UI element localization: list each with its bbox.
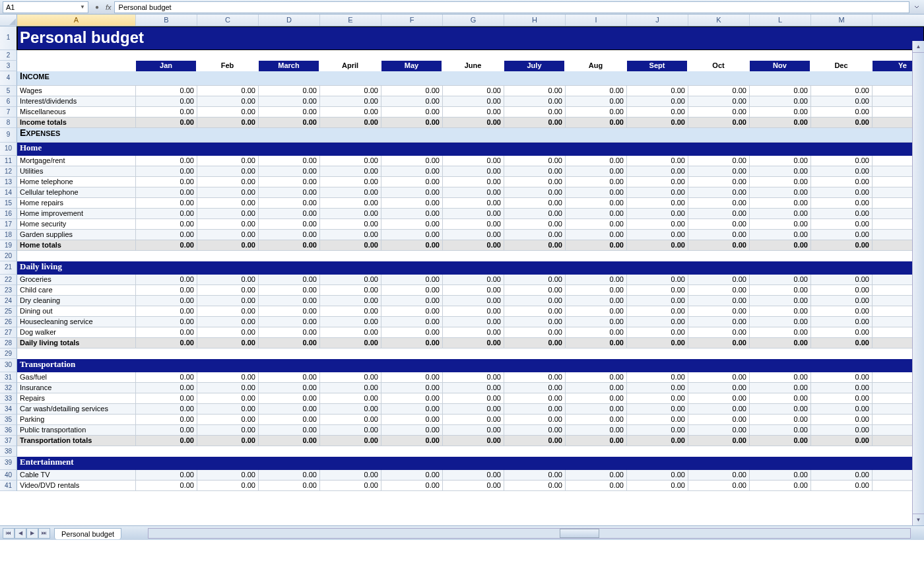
cell[interactable]: 0.00 [566, 209, 627, 219]
cell[interactable]: 0.00 [504, 166, 566, 177]
cell[interactable] [136, 261, 197, 275]
cell[interactable]: 0.00 [443, 327, 504, 338]
cell[interactable]: 0.00 [566, 415, 627, 425]
cell[interactable] [381, 457, 443, 470]
row-header[interactable]: 26 [0, 317, 17, 327]
row-header[interactable]: 34 [0, 404, 17, 415]
cell[interactable]: 0.00 [136, 86, 197, 96]
cell[interactable] [259, 261, 320, 275]
cell[interactable]: 0.00 [627, 306, 688, 317]
section-income[interactable]: INCOME [17, 71, 136, 86]
scroll-down-icon[interactable]: ▼ [913, 514, 924, 525]
cell[interactable]: 0.00 [688, 317, 750, 327]
cell[interactable]: 0.00 [381, 187, 443, 198]
cell[interactable]: 0.00 [688, 481, 750, 491]
cell[interactable] [197, 251, 259, 261]
cell[interactable]: 0.00 [504, 404, 566, 415]
cell[interactable]: 0.00 [688, 117, 750, 128]
cell[interactable] [381, 143, 443, 156]
row-header[interactable]: 35 [0, 415, 17, 425]
row-header[interactable]: 18 [0, 230, 17, 240]
cell[interactable]: 0.00 [750, 198, 811, 209]
cell[interactable]: 0.00 [811, 230, 873, 240]
cell[interactable] [566, 349, 627, 359]
cell[interactable] [381, 128, 443, 143]
cell[interactable]: 0.00 [443, 177, 504, 187]
cell[interactable] [750, 457, 811, 470]
cell[interactable] [688, 71, 750, 86]
cell[interactable]: 0.00 [627, 338, 688, 349]
cell[interactable]: 0.00 [259, 317, 320, 327]
cell[interactable]: 0.00 [136, 107, 197, 117]
cell[interactable] [381, 261, 443, 275]
row-header[interactable]: 25 [0, 306, 17, 317]
cell[interactable] [197, 143, 259, 156]
cell[interactable]: Cellular telephone [17, 187, 136, 198]
cell[interactable]: 0.00 [197, 117, 259, 128]
cell[interactable]: 0.00 [136, 96, 197, 107]
cell[interactable]: 0.00 [504, 317, 566, 327]
row-header[interactable]: 5 [0, 86, 17, 96]
cell[interactable]: Dining out [17, 306, 136, 317]
row-header[interactable]: 33 [0, 393, 17, 404]
cell[interactable]: 0.00 [443, 156, 504, 166]
cell[interactable]: 0.00 [566, 317, 627, 327]
cell[interactable]: 0.00 [320, 338, 381, 349]
cell[interactable]: 0.00 [504, 338, 566, 349]
cell[interactable]: 0.00 [566, 470, 627, 481]
cell[interactable]: 0.00 [566, 383, 627, 393]
cell[interactable] [320, 251, 381, 261]
cell[interactable] [197, 50, 259, 61]
cell[interactable] [320, 128, 381, 143]
cell[interactable]: 0.00 [443, 393, 504, 404]
cell[interactable]: 0.00 [381, 240, 443, 251]
cell[interactable] [259, 143, 320, 156]
cell[interactable]: 0.00 [136, 117, 197, 128]
cell[interactable]: 0.00 [320, 393, 381, 404]
cell[interactable]: 0.00 [811, 393, 873, 404]
cell[interactable]: 0.00 [443, 338, 504, 349]
cell[interactable]: 0.00 [136, 296, 197, 306]
cell[interactable]: Transportation totals [17, 436, 136, 446]
row-header[interactable]: 15 [0, 198, 17, 209]
cell[interactable]: 0.00 [811, 219, 873, 230]
cell[interactable]: 0.00 [320, 481, 381, 491]
cell[interactable]: 0.00 [381, 425, 443, 436]
cell[interactable]: 0.00 [259, 415, 320, 425]
cell[interactable]: 0.00 [381, 338, 443, 349]
cell[interactable]: 0.00 [627, 96, 688, 107]
cell[interactable] [259, 457, 320, 470]
cell[interactable]: 0.00 [381, 470, 443, 481]
cell[interactable]: 0.00 [811, 209, 873, 219]
cell[interactable] [627, 457, 688, 470]
cell[interactable]: 0.00 [627, 219, 688, 230]
cell[interactable]: 0.00 [627, 393, 688, 404]
horizontal-scroll-thumb[interactable] [560, 529, 599, 538]
cell[interactable]: 0.00 [627, 198, 688, 209]
cell[interactable]: 0.00 [504, 285, 566, 296]
cell[interactable]: 0.00 [504, 481, 566, 491]
cell[interactable] [320, 261, 381, 275]
row-header[interactable]: 40 [0, 470, 17, 481]
cell[interactable]: 0.00 [381, 198, 443, 209]
cell[interactable]: 0.00 [136, 230, 197, 240]
cell[interactable]: 0.00 [136, 177, 197, 187]
cell[interactable] [566, 50, 627, 61]
cell[interactable]: 0.00 [504, 372, 566, 383]
cell[interactable]: 0.00 [504, 219, 566, 230]
row-header[interactable]: 37 [0, 436, 17, 446]
column-header-I[interactable]: I [566, 15, 627, 26]
cell[interactable] [504, 50, 566, 61]
cell[interactable] [750, 446, 811, 457]
cell[interactable]: 0.00 [504, 117, 566, 128]
cell[interactable]: 0.00 [504, 393, 566, 404]
cell[interactable] [566, 143, 627, 156]
cell[interactable] [320, 50, 381, 61]
cell[interactable] [566, 251, 627, 261]
cell[interactable]: 0.00 [443, 240, 504, 251]
cell[interactable]: 0.00 [259, 275, 320, 285]
cell[interactable] [750, 251, 811, 261]
cell[interactable] [688, 143, 750, 156]
row-header[interactable]: 36 [0, 425, 17, 436]
cell[interactable]: 0.00 [566, 177, 627, 187]
